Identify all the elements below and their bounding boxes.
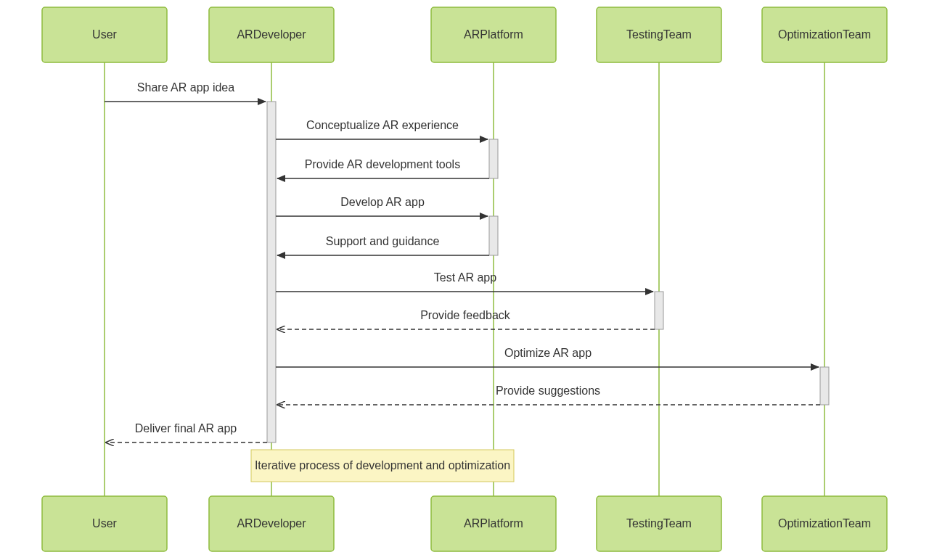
activation-ardev bbox=[267, 102, 276, 442]
actor-label: ARDeveloper bbox=[237, 28, 306, 41]
actor-box-ardev-top: ARDeveloper bbox=[209, 7, 334, 62]
activation-arplat-2 bbox=[489, 216, 498, 255]
actor-label: TestingTeam bbox=[626, 28, 692, 41]
message-label: Provide suggestions bbox=[496, 384, 600, 397]
actor-label: TestingTeam bbox=[626, 517, 692, 530]
message-label: Provide feedback bbox=[420, 309, 511, 321]
actor-label: ARPlatform bbox=[464, 517, 523, 530]
note-label: Iterative process of development and opt… bbox=[255, 459, 510, 472]
actor-box-opt-bottom: OptimizationTeam bbox=[762, 496, 887, 551]
actor-label: OptimizationTeam bbox=[778, 517, 871, 530]
activation-testing bbox=[655, 292, 663, 329]
actor-box-arplat-top: ARPlatform bbox=[431, 7, 556, 62]
actor-label: User bbox=[92, 28, 117, 41]
actor-box-arplat-bottom: ARPlatform bbox=[431, 496, 556, 551]
message-label: Conceptualize AR experience bbox=[306, 119, 459, 131]
message-label: Optimize AR app bbox=[504, 347, 592, 359]
actor-label: ARPlatform bbox=[464, 28, 523, 41]
actor-box-opt-top: OptimizationTeam bbox=[762, 7, 887, 62]
actor-label: ARDeveloper bbox=[237, 517, 306, 530]
actor-box-ardev-bottom: ARDeveloper bbox=[209, 496, 334, 551]
actor-box-user-top: User bbox=[42, 7, 167, 62]
actor-label: User bbox=[92, 517, 117, 530]
note-over-ardev: Iterative process of development and opt… bbox=[251, 450, 514, 482]
sequence-diagram: User ARDeveloper ARPlatform TestingTeam … bbox=[0, 0, 929, 560]
actor-box-testing-top: TestingTeam bbox=[597, 7, 721, 62]
activation-arplat-1 bbox=[489, 139, 498, 178]
message-label: Develop AR app bbox=[340, 196, 425, 208]
actor-label: OptimizationTeam bbox=[778, 28, 871, 41]
message-label: Share AR app idea bbox=[137, 81, 234, 94]
message-label: Support and guidance bbox=[326, 235, 440, 247]
message-label: Provide AR development tools bbox=[305, 158, 460, 170]
message-label: Deliver final AR app bbox=[135, 422, 237, 435]
message-label: Test AR app bbox=[434, 271, 496, 284]
actor-box-user-bottom: User bbox=[42, 496, 167, 551]
actor-box-testing-bottom: TestingTeam bbox=[597, 496, 721, 551]
activation-opt bbox=[820, 367, 829, 405]
